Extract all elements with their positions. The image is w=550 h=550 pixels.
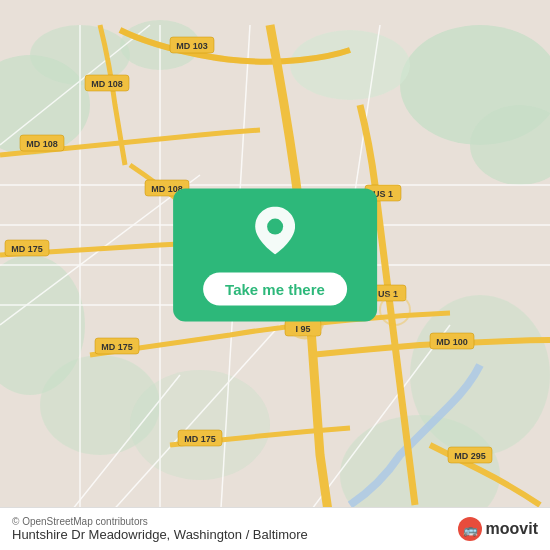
svg-text:MD 175: MD 175 [184, 434, 216, 444]
take-me-there-button[interactable]: Take me there [203, 273, 347, 306]
svg-point-6 [290, 30, 410, 100]
svg-text:MD 108: MD 108 [91, 79, 123, 89]
bottom-left: © OpenStreetMap contributors Huntshire D… [12, 516, 308, 542]
location-pin-icon [255, 207, 295, 259]
svg-text:MD 175: MD 175 [101, 342, 133, 352]
map-container: MD 103 MD 108 MD 108 MD 108 MD 175 MD 17… [0, 0, 550, 550]
attribution-text: © OpenStreetMap contributors [12, 516, 308, 527]
moovit-brand-text: moovit [486, 520, 538, 538]
svg-text:MD 108: MD 108 [26, 139, 58, 149]
location-label: Huntshire Dr Meadowridge, Washington / B… [12, 527, 308, 542]
svg-text:MD 100: MD 100 [436, 337, 468, 347]
svg-text:I 95: I 95 [295, 324, 310, 334]
moovit-bus-icon: 🚌 [458, 517, 482, 541]
svg-point-53 [267, 219, 283, 235]
svg-text:MD 295: MD 295 [454, 451, 486, 461]
svg-point-11 [130, 370, 270, 480]
moovit-logo: 🚌 moovit [458, 517, 538, 541]
svg-text:MD 103: MD 103 [176, 41, 208, 51]
svg-text:MD 175: MD 175 [11, 244, 43, 254]
svg-text:🚌: 🚌 [462, 522, 477, 537]
card-overlay: Take me there [173, 189, 377, 322]
bottom-bar: © OpenStreetMap contributors Huntshire D… [0, 507, 550, 550]
